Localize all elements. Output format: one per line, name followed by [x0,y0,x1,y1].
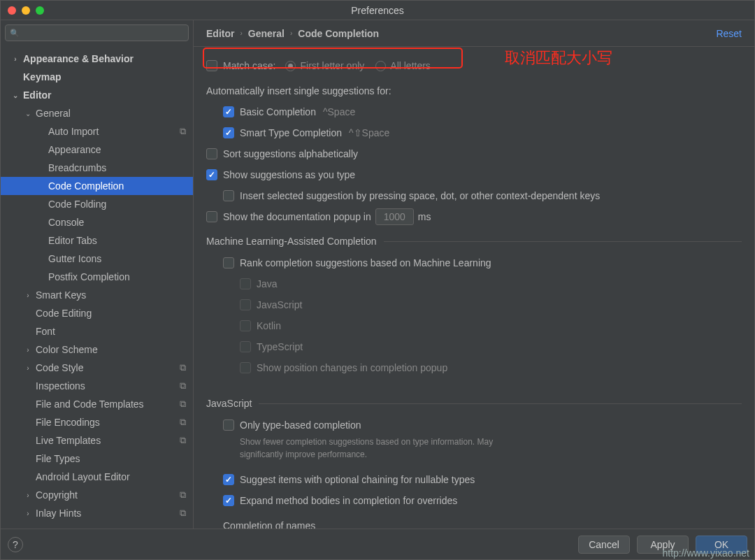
sidebar-item-inlay-hints[interactable]: ›Inlay Hints⧉ [1,504,193,522]
insert-selected-label: Insert selected suggestion by pressing s… [240,190,600,201]
sidebar-item-label: Editor [23,89,51,101]
annotation-text: 取消匹配大小写 [505,48,612,69]
all-letters-label: All letters [390,60,431,71]
settings-panel: Match case: First letter only All letter… [194,47,754,529]
maximize-window-button[interactable] [36,6,44,15]
chevron-icon: ⌄ [10,92,20,99]
chevron-right-icon: › [290,29,292,37]
sidebar-item-label: Code Editing [36,308,92,319]
basic-completion-label: Basic Completion [240,106,316,117]
sidebar-item-inspections[interactable]: Inspections⧉ [1,377,193,395]
sidebar-item-label: Appearance & Behavior [23,53,134,64]
only-type-checkbox[interactable] [223,419,234,431]
copy-icon: ⧉ [180,435,186,446]
basic-completion-checkbox[interactable]: ✓ [223,106,234,117]
sidebar-item-smart-keys[interactable]: ›Smart Keys [1,286,193,304]
sidebar-item-code-style[interactable]: ›Code Style⧉ [1,359,193,377]
copy-icon: ⧉ [180,399,186,410]
opt-chain-label: Suggest items with optional chaining for… [240,474,475,485]
sidebar-item-appearance-behavior[interactable]: ›Appearance & Behavior [1,50,193,68]
sidebar-item-editor-tabs[interactable]: Editor Tabs [1,231,193,250]
lang-label: TypeScript [257,341,303,352]
sidebar-item-editor[interactable]: ⌄Editor [1,86,193,104]
smart-completion-checkbox[interactable]: ✓ [223,127,234,138]
opt-chain-checkbox[interactable]: ✓ [223,474,234,485]
sidebar-item-label: Font [36,326,55,337]
chevron-icon: › [23,510,33,517]
show-pos-checkbox[interactable] [240,362,251,373]
watermark: http://www.yixao.net [662,547,749,559]
match-case-label: Match case: [223,60,275,71]
sidebar-item-label: Postfix Completion [48,271,130,282]
sidebar-item-label: Color Scheme [36,344,98,355]
sidebar-item-color-scheme[interactable]: ›Color Scheme [1,340,193,359]
smart-shortcut: ^⇧Space [349,127,389,138]
traffic-lights [8,6,44,15]
doc-popup-checkbox[interactable] [206,211,217,222]
sidebar-item-android-layout-editor[interactable]: Android Layout Editor [1,468,193,486]
match-case-checkbox[interactable] [206,60,217,71]
help-button[interactable]: ? [8,537,23,552]
comp-names-label: Completion of names [223,520,315,529]
minimize-window-button[interactable] [22,6,30,15]
sidebar-item-label: Keymap [23,71,61,82]
titlebar: Preferences [1,1,754,20]
lang-checkbox[interactable] [240,278,251,289]
sidebar-item-label: Console [48,217,84,228]
sidebar-item-label: Inspections [36,380,85,392]
sidebar-item-gutter-icons[interactable]: Gutter Icons [1,250,193,268]
lang-checkbox[interactable] [240,299,251,310]
crumb-general[interactable]: General [248,28,285,39]
sidebar-item-label: Auto Import [48,126,99,137]
sidebar-item-general[interactable]: ⌄General [1,104,193,122]
sidebar-item-label: Breadcrumbs [48,162,106,173]
js-legend: JavaScript [206,398,259,409]
sidebar-item-file-encodings[interactable]: File Encodings⧉ [1,413,193,431]
sidebar-item-code-completion[interactable]: Code Completion [1,177,193,195]
reset-link[interactable]: Reset [716,28,742,39]
sidebar-item-breadcrumbs[interactable]: Breadcrumbs [1,159,193,177]
chevron-icon: › [23,346,33,354]
sidebar-item-font[interactable]: Font [1,322,193,340]
chevron-icon: › [23,364,33,372]
sidebar-item-code-folding[interactable]: Code Folding [1,195,193,213]
sidebar-item-file-types[interactable]: File Types [1,450,193,468]
lang-checkbox[interactable] [240,320,251,331]
doc-after: ms [418,211,431,222]
copy-icon: ⧉ [180,380,186,392]
sidebar-item-copyright[interactable]: ›Copyright⧉ [1,486,193,504]
insert-selected-checkbox[interactable] [223,190,234,201]
sidebar-item-code-editing[interactable]: Code Editing [1,304,193,322]
cancel-button[interactable]: Cancel [578,536,630,554]
all-letters-radio[interactable] [375,61,386,71]
chevron-icon: › [23,491,33,499]
lang-checkbox[interactable] [240,341,251,352]
chevron-icon: ⌄ [23,110,33,117]
sidebar-item-keymap[interactable]: Keymap [1,68,193,86]
ml-fieldset: Machine Learning-Assisted Completion Ran… [206,236,742,378]
copy-icon: ⧉ [180,362,186,373]
astype-checkbox[interactable]: ✓ [206,169,217,180]
crumb-editor[interactable]: Editor [206,28,234,39]
expand-label: Expand method bodies in completion for o… [240,495,457,506]
sidebar-item-console[interactable]: Console [1,213,193,231]
sidebar-item-file-and-code-templates[interactable]: File and Code Templates⧉ [1,395,193,413]
copy-icon: ⧉ [180,508,186,519]
first-letter-radio[interactable] [285,61,296,71]
sidebar-item-label: Android Layout Editor [36,471,130,482]
chevron-icon: › [23,292,33,299]
expand-checkbox[interactable]: ✓ [223,495,234,506]
doc-delay-input[interactable]: 1000 [375,208,414,225]
sidebar-item-live-templates[interactable]: Live Templates⧉ [1,431,193,450]
sidebar-item-label: General [36,108,71,119]
search-input[interactable]: 🔍 [5,24,189,41]
sort-checkbox[interactable] [206,148,217,159]
smart-completion-label: Smart Type Completion [240,127,342,138]
copy-icon: ⧉ [180,489,186,501]
search-icon: 🔍 [10,29,20,38]
close-window-button[interactable] [8,6,16,15]
rank-ml-checkbox[interactable] [223,257,234,268]
sidebar-item-appearance[interactable]: Appearance [1,141,193,159]
sidebar-item-auto-import[interactable]: Auto Import⧉ [1,122,193,141]
sidebar-item-postfix-completion[interactable]: Postfix Completion [1,268,193,286]
